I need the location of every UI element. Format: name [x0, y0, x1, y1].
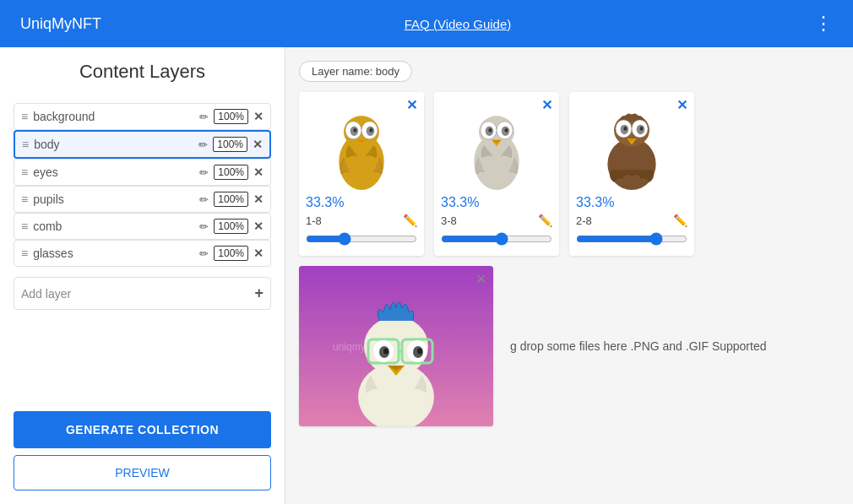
card-edit-icon-2[interactable]: ✏️ — [538, 214, 552, 227]
image-card-1: ✕ — [299, 92, 424, 256]
content-area: Layer name: body ✕ — [285, 47, 853, 504]
card-range-row-3: 2-8 ✏️ — [576, 214, 687, 227]
card-close-1[interactable]: ✕ — [406, 97, 417, 113]
sidebar-title: Content Layers — [14, 61, 271, 89]
layer-name-body: body — [34, 138, 193, 151]
sidebar-item-comb[interactable]: ≡ comb ✏ 100% ✕ — [14, 213, 271, 240]
layer-percent-eyes: 100% — [214, 165, 248, 180]
drop-text-container: g drop some files here .PNG and .GIF Sup… — [503, 266, 767, 426]
card-range-label-3: 2-8 — [576, 214, 592, 227]
image-card-2: ✕ — [434, 92, 559, 256]
bird-image-1 — [319, 101, 404, 190]
layer-list: ≡ background ✏ 100% ✕ ≡ body ✏ 100% ✕ ≡ … — [14, 103, 271, 398]
layer-close-comb[interactable]: ✕ — [253, 219, 264, 233]
image-card-3: ✕ — [569, 92, 694, 256]
add-layer-button[interactable]: Add layer + — [14, 277, 271, 310]
upload-row: ✕ uniqmynft — [299, 266, 839, 426]
layer-name-badge: Layer name: body — [299, 61, 412, 82]
upload-card[interactable]: ✕ uniqmynft — [299, 266, 493, 426]
card-range-label-2: 3-8 — [441, 214, 457, 227]
card-edit-icon-1[interactable]: ✏️ — [403, 214, 417, 227]
svg-point-21 — [623, 127, 627, 131]
pencil-icon-glasses[interactable]: ✏ — [199, 247, 209, 260]
svg-point-13 — [488, 127, 492, 132]
card-percent-1: 33.3% — [306, 195, 417, 210]
layer-close-background[interactable]: ✕ — [253, 110, 264, 123]
layer-close-pupils[interactable]: ✕ — [253, 192, 264, 206]
pencil-icon-comb[interactable]: ✏ — [199, 220, 209, 233]
preview-button[interactable]: PREVIEW — [14, 455, 271, 490]
card-range-row-1: 1-8 ✏️ — [306, 214, 417, 227]
svg-point-15 — [505, 127, 508, 132]
header: UniqMyNFT FAQ (Video Guide) ⋮ — [0, 0, 853, 47]
svg-point-23 — [640, 127, 644, 131]
layer-name-eyes: eyes — [33, 165, 194, 179]
layer-percent-background: 100% — [214, 109, 248, 124]
pencil-icon-background[interactable]: ✏ — [199, 111, 209, 123]
main-layout: Content Layers ≡ background ✏ 100% ✕ ≡ b… — [0, 47, 853, 504]
drag-icon-glasses: ≡ — [21, 247, 28, 260]
pencil-icon-pupils[interactable]: ✏ — [199, 193, 209, 206]
drag-icon-eyes: ≡ — [21, 165, 28, 179]
layer-close-body[interactable]: ✕ — [253, 138, 263, 151]
drop-text: g drop some files here .PNG and .GIF Sup… — [510, 339, 767, 353]
drag-icon-background: ≡ — [21, 110, 28, 123]
card-slider-3[interactable] — [576, 232, 687, 246]
drag-icon-pupils: ≡ — [21, 192, 28, 206]
menu-icon[interactable]: ⋮ — [814, 13, 833, 35]
card-percent-2: 33.3% — [441, 195, 552, 210]
card-range-label-1: 1-8 — [306, 214, 322, 227]
pencil-icon-eyes[interactable]: ✏ — [199, 166, 209, 179]
svg-point-7 — [370, 127, 373, 132]
card-image-area-1 — [306, 99, 417, 192]
card-slider-2[interactable] — [441, 232, 552, 246]
drag-icon-body: ≡ — [22, 138, 29, 151]
sidebar-item-pupils[interactable]: ≡ pupils ✏ 100% ✕ — [14, 186, 271, 213]
card-close-2[interactable]: ✕ — [541, 97, 552, 113]
card-close-3[interactable]: ✕ — [676, 97, 687, 113]
card-image-area-3 — [576, 99, 687, 192]
card-image-area-2 — [441, 99, 552, 192]
card-percent-3: 33.3% — [576, 195, 687, 210]
layer-close-eyes[interactable]: ✕ — [253, 165, 264, 179]
generate-collection-button[interactable]: GENERATE COLLECTION — [14, 411, 271, 448]
layer-percent-glasses: 100% — [214, 246, 248, 261]
app-logo: UniqMyNFT — [20, 15, 101, 33]
svg-point-35 — [383, 349, 388, 355]
layer-name-background: background — [33, 110, 194, 123]
layer-percent-body: 100% — [213, 137, 247, 152]
card-range-row-2: 3-8 ✏️ — [441, 214, 552, 227]
svg-point-37 — [417, 349, 422, 355]
upload-card-close[interactable]: ✕ — [475, 271, 486, 287]
layer-name-pupils: pupils — [33, 192, 194, 206]
card-edit-icon-3[interactable]: ✏️ — [673, 214, 687, 227]
svg-point-5 — [353, 127, 356, 132]
sidebar-item-background[interactable]: ≡ background ✏ 100% ✕ — [14, 103, 271, 130]
sidebar: Content Layers ≡ background ✏ 100% ✕ ≡ b… — [0, 47, 285, 504]
sidebar-item-glasses[interactable]: ≡ glasses ✏ 100% ✕ — [14, 240, 271, 267]
layer-close-glasses[interactable]: ✕ — [253, 247, 264, 260]
drag-icon-comb: ≡ — [21, 219, 28, 233]
bird-image-2 — [454, 101, 539, 190]
layer-percent-comb: 100% — [214, 219, 248, 234]
card-slider-1[interactable] — [306, 232, 417, 246]
image-cards-row: ✕ — [299, 92, 839, 256]
add-layer-label: Add layer — [21, 287, 71, 301]
pencil-icon-body[interactable]: ✏ — [198, 138, 208, 151]
sidebar-item-body[interactable]: ≡ body ✏ 100% ✕ — [14, 130, 271, 159]
layer-percent-pupils: 100% — [214, 192, 248, 207]
faq-link[interactable]: FAQ (Video Guide) — [405, 17, 511, 31]
upload-bird-image: uniqmynft — [299, 266, 493, 426]
add-layer-icon: + — [254, 285, 264, 302]
layer-name-comb: comb — [33, 219, 194, 233]
bird-image-3 — [589, 101, 674, 190]
sidebar-item-eyes[interactable]: ≡ eyes ✏ 100% ✕ — [14, 159, 271, 186]
layer-name-glasses: glasses — [33, 247, 194, 260]
